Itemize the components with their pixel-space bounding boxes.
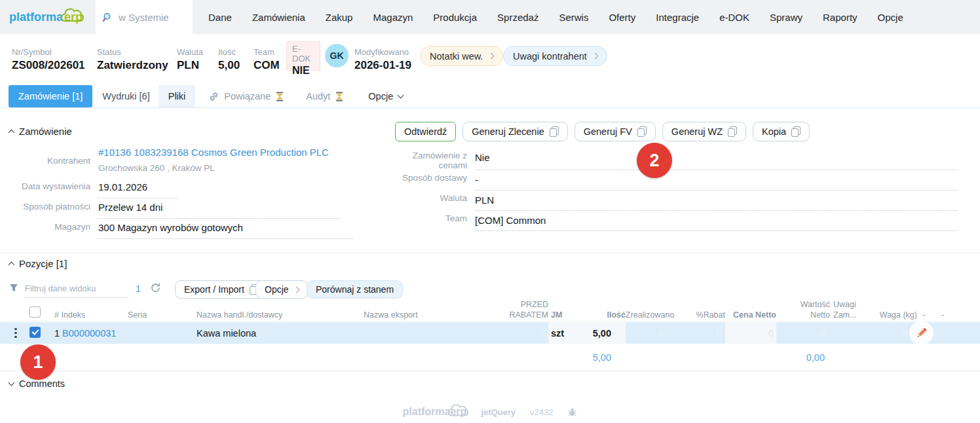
tab-pliki[interactable]: Pliki [159, 85, 196, 107]
summary-ilosc: 5,00 [578, 352, 626, 363]
export-import-button[interactable]: Export / Import [175, 280, 268, 299]
col-dash-2[interactable]: - [933, 310, 957, 321]
order-section-header[interactable]: Zamówienie [9, 126, 72, 137]
internal-notes-label: Notatki wew. [430, 51, 483, 62]
field-modyfikowano: Modyfikowano 2026-01-19 [354, 47, 411, 72]
chevron-right-icon [293, 286, 299, 293]
nav-item-opcje[interactable]: Opcje [878, 12, 903, 23]
row-code-link[interactable]: B000000031 [62, 328, 116, 339]
sposob-dostawy-value[interactable]: - [475, 171, 958, 191]
waluta-value[interactable]: PLN [475, 191, 958, 211]
row-index: 1 [54, 328, 60, 339]
field-waluta: Waluta PLN [177, 47, 203, 72]
sposob-platnosci-label: Sposób płatności [0, 200, 90, 219]
tab-opcje[interactable]: Opcje [358, 85, 413, 107]
tab-audyt[interactable]: Audyt [296, 85, 353, 107]
sposob-platnosci-value[interactable]: Przelew 14 dni [98, 200, 341, 219]
team-value: COM [254, 59, 280, 72]
kopia-button[interactable]: Kopia [753, 122, 810, 141]
row-zrealizowano: 0 [626, 328, 673, 339]
button-label: Opcje [265, 284, 289, 295]
generuj-fv-button[interactable]: Generuj FV [575, 122, 656, 141]
search-input[interactable] [119, 12, 184, 23]
edok-value: NIE [292, 65, 314, 77]
row-checkbox[interactable] [29, 327, 41, 338]
select-all-checkbox[interactable] [29, 306, 41, 318]
tab-wydruki[interactable]: Wydruki [6] [92, 85, 159, 107]
team-label: Team [390, 212, 467, 231]
filter-icon[interactable] [9, 284, 18, 292]
magazyn-value[interactable]: 300 Magazyn wyrobów gotowych [98, 220, 354, 239]
nav-item-sprzedaz[interactable]: Sprzedaż [497, 12, 538, 23]
row-cena-netto[interactable]: 0 [725, 322, 776, 344]
col-rabat[interactable]: %Rabat [673, 310, 725, 321]
comments-section-header[interactable]: Comments [9, 378, 65, 389]
generuj-wz-button[interactable]: Generuj WZ [662, 122, 746, 141]
filter-input[interactable] [25, 280, 128, 298]
generuj-zlecenie-button[interactable]: Generuj Zlecenie [462, 122, 567, 141]
col-jm[interactable]: JM [548, 310, 578, 321]
nav-item-edok[interactable]: e-DOK [719, 12, 749, 23]
button-label: Odtwierdź [404, 126, 447, 137]
row-name: Kawa mielona [197, 328, 364, 339]
tab-zamowienie[interactable]: Zamówienie [1] [9, 85, 92, 107]
kontrahent-link[interactable]: #10136 1083239168 Cosmos Green Productio… [98, 147, 364, 158]
zamowienie-z-cenami-value[interactable]: Nie [475, 149, 958, 170]
magazyn-label: Magazyn [0, 220, 90, 239]
col-dash-1[interactable]: - [917, 310, 933, 321]
col-nazwa-handl[interactable]: Nazwa handl./dostawcy [197, 310, 364, 321]
nav-item-magazyn[interactable]: Magazyn [373, 12, 413, 23]
col-cena-netto[interactable]: Cena Netto [725, 310, 776, 321]
bug-icon[interactable] [567, 407, 577, 417]
col-zrealizowano[interactable]: Zrealizowano [626, 310, 673, 321]
annotation-marker-1: 1 [20, 344, 56, 380]
hourglass-icon [335, 92, 343, 101]
page-footer: platformaerp jetQuery v2432 [0, 406, 980, 418]
col-waga[interactable]: Waga (kg) [859, 310, 917, 321]
nav-item-serwis[interactable]: Serwis [559, 12, 588, 23]
contractor-remarks-button[interactable]: Uwagi kontrahent [503, 46, 607, 66]
internal-notes-button[interactable]: Notatki wew. [420, 46, 503, 66]
edok-badge: E-DOK NIE [286, 41, 320, 71]
positions-options-button[interactable]: Opcje [255, 280, 308, 299]
compare-stock-button[interactable]: Porównaj z stanem [307, 280, 403, 299]
nav-item-sprawy[interactable]: Sprawy [770, 12, 802, 23]
positions-section-header[interactable]: Pozycje [1] [9, 258, 67, 269]
col-seria[interactable]: Seria [128, 310, 197, 321]
row-ilosc[interactable]: 5,00 [578, 322, 626, 344]
table-row[interactable]: 1 B000000031 Kawa mielona 0 szt 5,00 0 0… [0, 322, 980, 344]
nav-item-raporty[interactable]: Raporty [823, 12, 857, 23]
col-uwagi-zam[interactable]: UwagiZam... [830, 300, 859, 320]
button-label: Generuj WZ [671, 126, 723, 137]
kontrahent-row: Kontrahent #10136 1083239168 Cosmos Gree… [0, 147, 377, 173]
nav-item-zamowienia[interactable]: Zamówienia [252, 12, 305, 23]
row-edit-button[interactable] [909, 321, 933, 345]
nav-item-integracje[interactable]: Integracje [656, 12, 699, 23]
col-przed-rabatem[interactable]: PRZEDRABATEM [491, 300, 548, 320]
user-avatar[interactable]: GK [325, 44, 349, 67]
nav-item-oferty[interactable]: Oferty [609, 12, 635, 23]
col-ilosc[interactable]: Ilość [578, 310, 626, 321]
data-wystawienia-row: Data wystawienia 19.01.2026 [0, 179, 377, 198]
sposob-dostawy-row: Sposób dostawy - [390, 171, 958, 191]
team-value[interactable]: [COM] Common [475, 212, 958, 231]
summary-wartosc-netto: 0,00 [776, 352, 830, 363]
field-label: Status [97, 47, 168, 57]
tab-powiazane[interactable]: Powiązane [199, 85, 293, 107]
chevron-down-icon [9, 380, 15, 386]
col-wartosc-netto[interactable]: WartośćNetto [776, 300, 830, 320]
row-rabat[interactable]: 0 [673, 328, 725, 339]
refresh-icon[interactable] [151, 283, 160, 293]
col-indeks[interactable]: # Indeks [54, 310, 128, 321]
positions-table-header: # Indeks Seria Nazwa handl./dostawcy Naz… [0, 300, 980, 322]
nav-item-dane[interactable]: Dane [208, 12, 232, 23]
nav-item-produkcja[interactable]: Produkcja [433, 12, 477, 23]
nav-item-zakup[interactable]: Zakup [326, 12, 353, 23]
row-menu-icon[interactable] [14, 328, 29, 339]
global-search[interactable] [96, 0, 193, 34]
data-wystawienia-value[interactable]: 19.01.2026 [98, 179, 177, 198]
field-label: Nr/Symbol [12, 47, 85, 57]
col-nazwa-eksport[interactable]: Nazwa eksport [364, 310, 491, 321]
odtwierdz-button[interactable]: Odtwierdź [395, 122, 456, 141]
chevron-right-icon [488, 53, 495, 60]
